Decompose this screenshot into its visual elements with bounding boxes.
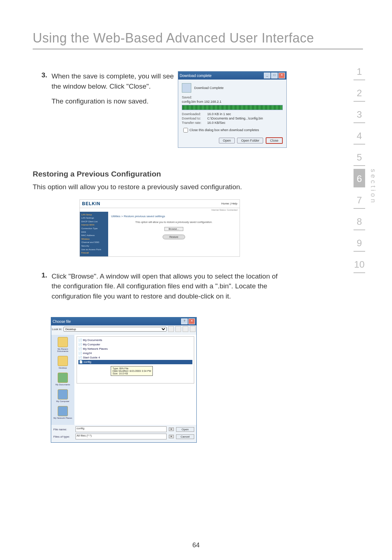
list-item[interactable]: 📄 My Documents (78, 338, 192, 342)
place-my-network-places[interactable]: My Network Places (52, 406, 74, 419)
dialog-title: Download complete (180, 74, 212, 78)
dropdown-icon[interactable]: ▾ (169, 435, 174, 438)
step3-para1: When the save is complete, you will see … (52, 71, 174, 91)
belkin-logo: BELKIN (82, 201, 101, 206)
close-icon[interactable]: ✕ (278, 73, 285, 78)
restoring-body: This option will allow you to restore a … (33, 182, 287, 192)
new-folder-icon[interactable] (183, 326, 188, 332)
belkin-browse-button[interactable]: Browse... (164, 227, 183, 231)
section-nav-5[interactable]: 5 (354, 147, 365, 166)
places-bar: My Recent DocumentsDesktopMy DocumentsMy… (51, 335, 74, 425)
close-button[interactable]: Close (266, 137, 283, 144)
close-icon[interactable]: ✕ (188, 318, 195, 324)
dropdown-icon[interactable]: ▾ (169, 427, 174, 431)
section-nav-10[interactable]: 10 (354, 255, 365, 273)
section-nav-9[interactable]: 9 (354, 233, 365, 252)
open-button[interactable]: Open (219, 138, 235, 143)
views-icon[interactable] (190, 326, 196, 332)
minimize-icon[interactable]: _ (264, 73, 270, 78)
open-folder-button[interactable]: Open Folder (237, 138, 263, 143)
place-my-documents[interactable]: My Documents (52, 373, 74, 386)
download-complete-dialog: Download complete _ □ ✕ Download Complet… (178, 71, 287, 148)
download-header: Download Complete (194, 86, 224, 90)
list-item[interactable]: 📄 Start Guide 4 (78, 356, 192, 360)
section-nav-6[interactable]: 6 (354, 169, 365, 187)
place-my-computer[interactable]: My Computer (52, 389, 74, 402)
place-desktop[interactable]: Desktop (52, 356, 74, 369)
belkin-restore-button[interactable]: Restore (163, 235, 185, 239)
filetype-field[interactable]: All files (*.*) (75, 434, 167, 439)
belkin-restore-screenshot: BELKIN Home | Help Internet Status: Conn… (79, 199, 240, 257)
page-number: 64 (0, 541, 392, 549)
step3-para2: The configuration is now saved. (52, 96, 174, 106)
restoring-subheading: Restoring a Previous Configuration (33, 170, 287, 178)
choose-file-dialog: Choose file ? ✕ Look in: Desktop My Rece… (51, 317, 197, 443)
step3-number: 3. (33, 71, 52, 79)
step1-text: Click "Browse". A window will open that … (52, 271, 287, 301)
choose-file-title: Choose file (53, 320, 71, 324)
list-item[interactable]: 📄 mng24 (78, 351, 192, 356)
belkin-sidebar: LAN SetupLAN SettingsDHCP Client ListInt… (80, 212, 108, 256)
list-item[interactable]: 📄 My Network Places (78, 347, 192, 351)
list-item[interactable]: 📄 My Computer (78, 342, 192, 347)
up-icon[interactable] (175, 326, 181, 332)
file-list[interactable]: 📄 My Documents📄 My Computer📄 My Network … (77, 336, 194, 384)
cancel-button[interactable]: Cancel (176, 434, 194, 439)
progress-bar (182, 105, 283, 110)
lookin-select[interactable]: Desktop (64, 327, 167, 332)
filename-field[interactable]: config (75, 426, 167, 432)
maximize-icon[interactable]: □ (271, 73, 278, 78)
section-nav-1[interactable]: 1 (354, 62, 365, 80)
section-nav-2[interactable]: 2 (354, 83, 365, 102)
back-icon[interactable] (168, 326, 174, 332)
section-label: section (369, 169, 377, 205)
belkin-top-links: Home | Help (221, 202, 237, 205)
file-tooltip: Type: BIN File Date Modified: 8/21/2003 … (111, 366, 153, 376)
step1-number: 1. (33, 271, 52, 279)
section-nav-4[interactable]: 4 (354, 126, 365, 145)
page-title: Using the Web-Based Advanced User Interf… (33, 31, 363, 49)
place-my-recent-documents[interactable]: My Recent Documents (52, 337, 74, 352)
section-nav-7[interactable]: 7 (354, 190, 365, 209)
section-nav: section 12345678910 (348, 62, 370, 276)
help-icon[interactable]: ? (181, 318, 188, 324)
belkin-breadcrumb: Utilities > Restore previous saved setti… (111, 215, 237, 218)
open-button[interactable]: Open (176, 427, 194, 432)
list-item[interactable]: 📄 config (78, 360, 192, 364)
download-icon (182, 83, 191, 93)
section-nav-8[interactable]: 8 (354, 212, 365, 230)
close-on-complete-checkbox[interactable] (183, 128, 188, 133)
section-nav-3[interactable]: 3 (354, 105, 365, 123)
